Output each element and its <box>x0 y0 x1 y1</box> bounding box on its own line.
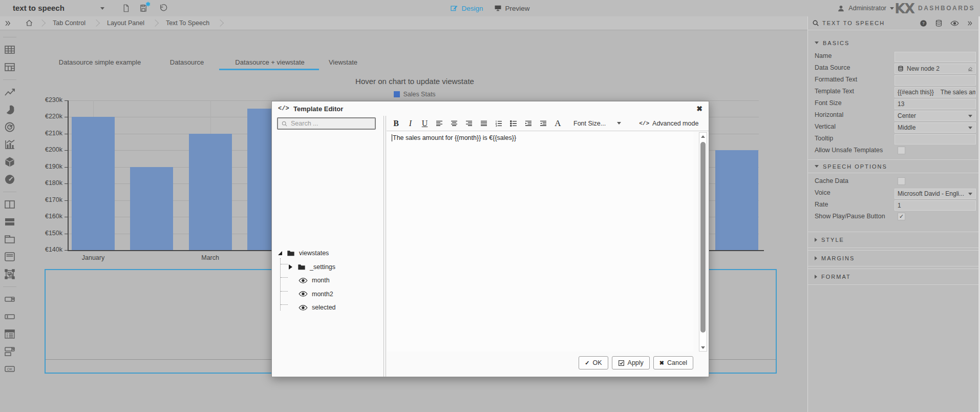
datasource-icon[interactable] <box>935 19 943 27</box>
data-source-input[interactable]: New node 2 <box>894 64 976 74</box>
canvas-group-icon[interactable] <box>4 268 16 280</box>
tree-item-month[interactable]: month <box>299 275 330 286</box>
name-input[interactable] <box>894 52 976 62</box>
breadcrumb-item-layout-panel[interactable]: Layout Panel <box>107 19 144 27</box>
speedometer-icon[interactable] <box>4 173 16 186</box>
underline-button[interactable]: U <box>421 118 429 129</box>
align-left-icon[interactable] <box>435 118 443 129</box>
section-margins[interactable]: MARGINS <box>808 250 978 266</box>
tree-item-viewstates[interactable]: viewstates <box>278 248 329 259</box>
eye-icon <box>299 304 308 311</box>
ordered-list-icon[interactable] <box>495 118 503 129</box>
bar-march[interactable] <box>189 134 232 250</box>
bold-button[interactable]: B <box>392 118 400 129</box>
font-size-input[interactable]: 13 <box>894 99 976 109</box>
cancel-button[interactable]: ✖ Cancel <box>653 356 693 369</box>
bar-december[interactable] <box>715 150 758 250</box>
tree-expanded-caret-icon[interactable] <box>278 251 282 255</box>
tree-search-input[interactable]: Search ... <box>277 117 376 130</box>
dialog-header[interactable]: </> Template Editor ✖ <box>272 101 709 116</box>
help-icon[interactable]: ? <box>920 19 927 27</box>
pivot-table-icon[interactable] <box>4 61 16 73</box>
undo-icon[interactable] <box>159 4 168 13</box>
scrollbar-thumb[interactable] <box>700 142 706 333</box>
outdent-icon[interactable] <box>539 118 547 129</box>
align-right-icon[interactable] <box>465 118 473 129</box>
allow-unsafe-templates-checkbox[interactable] <box>898 147 905 154</box>
bar-january[interactable] <box>72 117 115 250</box>
apply-button[interactable]: Apply <box>612 356 650 369</box>
preview-mode-button[interactable]: Preview <box>494 4 530 12</box>
tab-viewstate[interactable]: Viewstate <box>329 58 357 66</box>
section-speech-options[interactable]: SPEECH OPTIONS <box>808 159 978 173</box>
scroll-up-icon[interactable] <box>699 133 707 140</box>
cube-3d-icon[interactable] <box>4 156 16 168</box>
tooltip-input[interactable] <box>894 134 976 145</box>
breadcrumb-item-text-to-speech[interactable]: Text To Speech <box>166 19 209 27</box>
section-style[interactable]: STYLE <box>808 232 978 248</box>
split-columns-icon[interactable] <box>4 198 16 211</box>
tab-container-icon[interactable] <box>4 233 16 245</box>
template-text-input[interactable]: {{#each this}} The sales am <box>894 87 976 97</box>
tab-datasource[interactable]: Datasource <box>170 58 204 66</box>
editor-content[interactable]: The sales amount for {{month}} is €{{sal… <box>392 134 516 141</box>
dashboard-title-caret-icon[interactable] <box>100 7 104 10</box>
align-center-icon[interactable] <box>450 118 458 129</box>
tree-collapsed-caret-icon[interactable] <box>289 264 292 270</box>
editor-scrollbar[interactable] <box>699 132 707 352</box>
bar-february[interactable] <box>130 167 173 250</box>
template-text-editor[interactable]: The sales amount for {{month}} is €{{sal… <box>387 131 693 352</box>
tab-datasource-simple-example[interactable]: Datasource simple example <box>59 58 141 66</box>
data-table-icon[interactable] <box>4 44 16 56</box>
inspector-header-icons: ? <box>920 16 973 30</box>
search-icon[interactable] <box>812 19 819 27</box>
tree-item-month2[interactable]: month2 <box>299 289 333 300</box>
indent-icon[interactable] <box>524 118 532 129</box>
scroll-down-icon[interactable] <box>699 344 707 351</box>
font-size-dropdown[interactable]: Font Size... <box>573 120 621 127</box>
show-play-pause-checkbox[interactable] <box>898 213 905 220</box>
ok-button-icon[interactable]: OK <box>4 363 16 375</box>
unordered-list-icon[interactable] <box>509 118 518 129</box>
font-color-button[interactable]: A <box>554 118 562 129</box>
cache-data-checkbox[interactable] <box>898 177 905 185</box>
chart-builder-icon[interactable] <box>4 138 16 151</box>
advanced-mode-button[interactable]: </> Advanced mode <box>639 120 698 127</box>
layout-panel-icon[interactable] <box>4 251 16 263</box>
eraser-icon[interactable] <box>967 66 973 72</box>
rate-input[interactable]: 1 <box>894 200 976 211</box>
justify-icon[interactable] <box>480 118 488 129</box>
tree-item-selected[interactable]: selected <box>299 302 336 313</box>
combo-box-icon[interactable] <box>4 345 16 358</box>
tree-item-settings[interactable]: _settings <box>289 261 335 273</box>
chart-legend[interactable]: Sales Stats <box>358 91 471 98</box>
tab-datasource-viewstate[interactable]: Datasource + viewstate <box>235 58 304 66</box>
section-basics[interactable]: BASICS <box>808 36 978 50</box>
rows-layout-icon[interactable] <box>4 216 16 228</box>
list-box-icon[interactable] <box>4 328 16 340</box>
expand-panel-icon[interactable] <box>4 19 12 27</box>
italic-button[interactable]: I <box>407 118 414 129</box>
breadcrumb-item-tab-control[interactable]: Tab Control <box>53 19 86 27</box>
collapse-panel-icon[interactable] <box>967 20 973 27</box>
formatted-text-input[interactable] <box>894 75 976 86</box>
field-label: Horizontal <box>815 111 843 118</box>
eye-icon[interactable] <box>950 20 959 27</box>
y-axis <box>68 100 69 251</box>
horizontal-select[interactable]: Center <box>894 111 976 121</box>
voice-select[interactable]: Microsoft David - Engli... <box>894 189 976 199</box>
dashboard-title[interactable]: text to speech <box>13 4 65 12</box>
section-format[interactable]: FORMAT <box>808 269 978 285</box>
user-menu[interactable]: Administrator <box>837 0 894 16</box>
vertical-select[interactable]: Middle <box>894 122 976 133</box>
new-dashboard-icon[interactable] <box>121 4 131 13</box>
dropdown-icon[interactable] <box>4 293 16 305</box>
close-icon[interactable]: ✖ <box>696 105 702 113</box>
design-mode-button[interactable]: Design <box>450 4 483 12</box>
text-input-icon[interactable] <box>4 311 16 323</box>
pie-chart-icon[interactable] <box>4 104 16 116</box>
ok-button[interactable]: ✓ OK <box>579 356 608 369</box>
home-icon[interactable] <box>25 19 33 27</box>
gauge-icon[interactable] <box>4 121 16 133</box>
line-chart-icon[interactable] <box>4 86 16 98</box>
